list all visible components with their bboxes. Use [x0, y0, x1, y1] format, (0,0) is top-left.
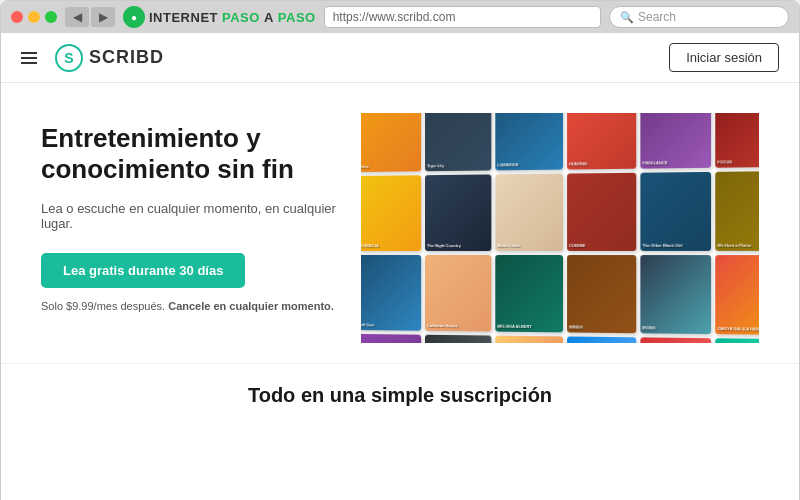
- search-icon: 🔍: [620, 11, 634, 24]
- hero-right: DAILY STOICWriterTiger LilyLUMINOUSHUNTI…: [361, 113, 759, 343]
- logo-paso2: PASO: [278, 10, 316, 25]
- book-cover: Innovation: [495, 336, 563, 343]
- scribd-logo[interactable]: S SCRIBD: [55, 44, 164, 72]
- logo-a: A: [264, 10, 274, 25]
- hero-title: Entretenimiento y conocimiento sin fin: [41, 123, 361, 185]
- nav-buttons: ◀ ▶: [65, 7, 115, 27]
- book-cover: Catherine House: [425, 255, 491, 332]
- book-cover: ZAKIYA DALILA HARRIS: [715, 255, 759, 335]
- books-mosaic: DAILY STOICWriterTiger LilyLUMINOUSHUNTI…: [361, 113, 759, 343]
- address-bar[interactable]: [324, 6, 601, 28]
- hero-subtitle: Lea o escuche en cualquier momento, en c…: [41, 201, 361, 231]
- book-cover: Tiger Lily: [425, 113, 491, 171]
- scribd-s-icon: S: [55, 44, 83, 72]
- book-cover: LUMINOUS: [495, 113, 563, 170]
- book-cover: Marie Claire: [495, 174, 563, 251]
- book-cover: BEAUTIFUL ONE: [640, 337, 711, 343]
- hero-section: Entretenimiento y conocimiento sin fin L…: [1, 83, 799, 363]
- book-cover: Roll: [567, 336, 636, 343]
- minimize-button[interactable]: [28, 11, 40, 23]
- logo-paso1: PASO: [222, 10, 260, 25]
- site-logo: ● INTERNETPASOAPASO: [123, 7, 316, 27]
- maximize-button[interactable]: [45, 11, 57, 23]
- back-button[interactable]: ◀: [65, 7, 89, 27]
- book-cover: HUNTING: [567, 113, 636, 170]
- book-cover: FREELANCE: [640, 113, 711, 169]
- traffic-lights: [11, 11, 57, 23]
- book-cover: Self Care: [361, 255, 421, 331]
- browser-search-bar[interactable]: 🔍 Search: [609, 6, 789, 28]
- book-cover: Company: [425, 335, 491, 343]
- hamburger-menu[interactable]: [21, 52, 37, 64]
- pricing-note: Solo $9.99/mes después. Cancele en cualq…: [41, 300, 361, 312]
- cta-button[interactable]: Lea gratis durante 30 días: [41, 253, 245, 288]
- book-cover: We Hunt a Flame: [715, 171, 759, 251]
- scribd-page: S SCRIBD Iniciar sesión Entretenimiento …: [1, 33, 799, 500]
- logo-icon: ●: [123, 6, 145, 28]
- scribd-logo-area: S SCRIBD: [21, 44, 164, 72]
- book-cover: The Night Country: [425, 174, 491, 251]
- scribd-name: SCRIBD: [89, 47, 164, 68]
- close-button[interactable]: [11, 11, 23, 23]
- title-bar: ◀ ▶ ● INTERNETPASOAPASO 🔍 Search: [1, 1, 799, 33]
- book-cover: Writer: [361, 113, 421, 172]
- hero-left: Entretenimiento y conocimiento sin fin L…: [41, 113, 361, 343]
- book-cover: IRONS: [640, 255, 711, 334]
- search-placeholder-text: Search: [638, 10, 676, 24]
- bottom-section: Todo en una simple suscripción: [1, 363, 799, 422]
- signin-button[interactable]: Iniciar sesión: [669, 43, 779, 72]
- book-cover: CUISINE: [567, 173, 636, 251]
- browser-window: ◀ ▶ ● INTERNETPASOAPASO 🔍 Search S SCRIB…: [0, 0, 800, 500]
- book-cover: RE: [715, 338, 759, 343]
- book-cover: The Other Black Girl: [640, 172, 711, 251]
- book-cover: MELISSA ALBERT: [495, 255, 563, 332]
- book-cover: SARAH J. MAAS: [361, 334, 421, 343]
- book-cover: FOCUS: [715, 113, 759, 168]
- book-cover: INVISIBILIA: [361, 175, 421, 251]
- logo-internet: INTERNET: [149, 10, 218, 25]
- book-cover: WINGS: [567, 255, 636, 333]
- forward-button[interactable]: ▶: [91, 7, 115, 27]
- pricing-strong: Cancele en cualquier momento.: [168, 300, 334, 312]
- scribd-header: S SCRIBD Iniciar sesión: [1, 33, 799, 83]
- pricing-prefix: Solo $9.99/mes después.: [41, 300, 168, 312]
- bottom-title: Todo en una simple suscripción: [41, 384, 759, 407]
